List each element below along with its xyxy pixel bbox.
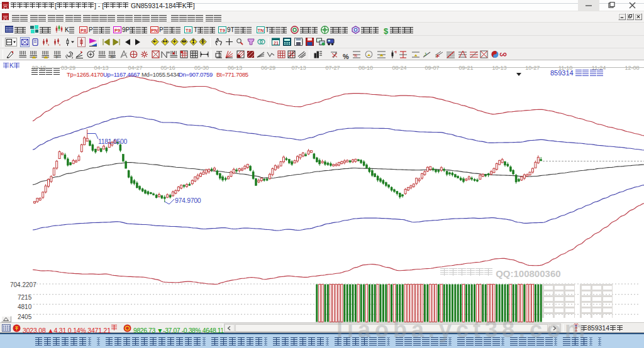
svg-text:s: s: [48, 43, 49, 46]
svg-text:J: J: [424, 52, 426, 57]
svg-text:%: %: [353, 53, 357, 58]
svg-text:n²: n²: [111, 55, 115, 58]
svg-text:F: F: [56, 55, 58, 58]
svg-text:s: s: [59, 43, 60, 46]
svg-text:21: 21: [274, 41, 279, 45]
svg-text:F: F: [436, 53, 440, 58]
